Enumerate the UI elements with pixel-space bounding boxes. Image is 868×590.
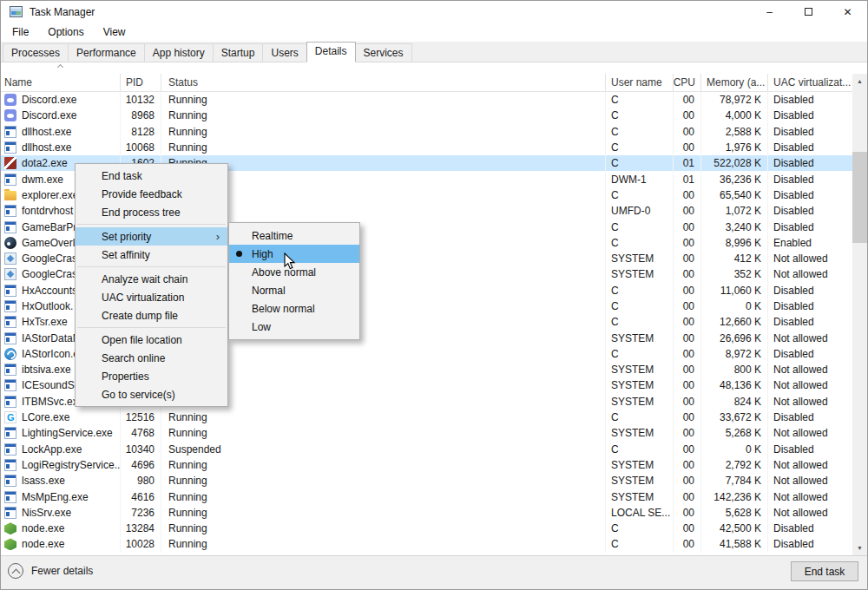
column-header-pid[interactable]: PID	[121, 74, 161, 91]
process-cpu-cell: 00	[674, 488, 701, 504]
table-row[interactable]: Discord.exe8968RunningC004,000 KDisabled	[1, 108, 854, 123]
table-row[interactable]: LCore.exe12516RunningC0033,672 KDisabled	[1, 410, 854, 425]
tab-details[interactable]: Details	[306, 42, 356, 62]
process-uac-cell: Disabled	[768, 442, 854, 457]
context-menu-item-open-file-location[interactable]: Open file location	[76, 331, 227, 349]
table-row[interactable]: dllhost.exe10068RunningC001,976 KDisable…	[1, 140, 854, 155]
process-pid-cell: 7236	[121, 505, 161, 521]
maximize-button[interactable]	[789, 1, 828, 23]
context-menu-item-create-dump-file[interactable]: Create dump file	[76, 306, 227, 324]
priority-option-below-normal[interactable]: Below normal	[229, 299, 359, 318]
process-name-cell: NisSrv.exe	[1, 505, 121, 521]
status-bar: Fewer details End task	[1, 555, 867, 589]
scroll-up-icon[interactable]: ▲	[852, 74, 867, 88]
table-row[interactable]: dllhost.exe8128RunningC002,588 KDisabled	[1, 124, 854, 140]
scrollbar-thumb[interactable]	[852, 152, 867, 243]
process-name-cell: MsMpEng.exe	[1, 488, 121, 504]
process-status-cell: Running	[161, 505, 606, 521]
context-menu-item-set-priority[interactable]: Set priority›	[76, 227, 227, 246]
table-row[interactable]: NisSrv.exe7236RunningLOCAL SE...005,628 …	[1, 505, 854, 521]
table-row[interactable]: LightingService.exe4768RunningSYSTEM005,…	[1, 425, 854, 441]
process-mem-cell: 48,136 K	[701, 377, 768, 393]
close-button[interactable]: ✕	[828, 1, 867, 23]
google-icon	[4, 252, 16, 265]
menu-file[interactable]: File	[3, 23, 38, 41]
context-menu-item-end-task[interactable]: End task	[76, 167, 227, 185]
menu-view[interactable]: View	[94, 23, 135, 41]
minimize-button[interactable]: –	[750, 1, 789, 23]
column-header-cpu[interactable]: CPU	[674, 74, 701, 91]
end-task-button[interactable]: End task	[791, 561, 858, 581]
process-mem-cell: 2,792 K	[701, 457, 768, 473]
process-pid-cell: 4696	[121, 457, 161, 473]
process-mem-cell: 5,268 K	[701, 425, 768, 441]
tab-app-history[interactable]: App history	[144, 43, 214, 62]
priority-option-low[interactable]: Low	[229, 318, 359, 336]
context-menu-item-analyze-wait-chain[interactable]: Analyze wait chain	[76, 270, 227, 288]
process-name-cell: LockApp.exe	[1, 442, 121, 457]
context-menu-item-end-process-tree[interactable]: End process tree	[76, 203, 227, 221]
window-icon	[4, 443, 16, 456]
process-uac-cell: Disabled	[768, 314, 854, 330]
window-controls: – ✕	[750, 1, 867, 23]
priority-option-normal[interactable]: Normal	[229, 281, 359, 299]
process-name: LCore.exe	[22, 411, 69, 423]
process-mem-cell: 42,500 K	[701, 521, 768, 536]
process-pid-cell: 10132	[121, 92, 161, 108]
table-row[interactable]: Discord.exe10132RunningC0078,972 KDisabl…	[1, 92, 854, 108]
process-user-cell: LOCAL SE...	[606, 505, 674, 521]
process-cpu-cell: 00	[674, 410, 701, 425]
process-name: explorer.exe	[22, 189, 78, 201]
vertical-scrollbar[interactable]: ▲ ▼	[852, 74, 867, 555]
chevron-up-circle-icon	[8, 563, 23, 579]
menu-separator	[77, 327, 226, 328]
process-name: HxOutlook.	[22, 300, 73, 312]
column-header-user[interactable]: User name	[606, 74, 674, 91]
process-cpu-cell: 00	[674, 203, 701, 219]
node-icon	[4, 522, 16, 534]
priority-option-realtime[interactable]: Realtime	[229, 226, 359, 245]
tab-performance[interactable]: Performance	[68, 43, 145, 62]
table-row[interactable]: node.exe10028RunningC0041,588 KDisabled	[1, 536, 854, 552]
process-name: GameOverla	[22, 237, 81, 249]
context-menu-item-search-online[interactable]: Search online	[76, 349, 227, 367]
window-icon	[4, 364, 16, 376]
process-name: ITBMSvc.ex	[22, 396, 78, 408]
table-row[interactable]: lsass.exe980RunningSYSTEM007,784 KNot al…	[1, 473, 854, 488]
process-mem-cell: 33,672 K	[701, 410, 768, 425]
tab-startup[interactable]: Startup	[213, 43, 264, 62]
process-pid-cell: 4616	[121, 488, 161, 504]
window-icon	[4, 126, 16, 138]
tab-processes[interactable]: Processes	[3, 43, 69, 62]
fewer-details-button[interactable]: Fewer details	[8, 563, 93, 579]
column-header-name[interactable]: Name	[1, 74, 121, 91]
context-menu-item-uac-virtualization[interactable]: UAC virtualization	[76, 288, 227, 306]
tab-services[interactable]: Services	[355, 43, 412, 62]
table-row[interactable]: MsMpEng.exe4616RunningSYSTEM00142,236 KN…	[1, 488, 854, 504]
tab-users[interactable]: Users	[262, 43, 306, 62]
process-mem-cell: 2,588 K	[701, 124, 768, 140]
table-row[interactable]: node.exe13284RunningC0042,500 KDisabled	[1, 521, 854, 536]
process-cpu-cell: 00	[674, 140, 701, 155]
table-row[interactable]: LockApp.exe10340SuspendedC000 KDisabled	[1, 442, 854, 457]
column-header-status[interactable]: Status	[161, 74, 606, 91]
process-cpu-cell: 01	[674, 155, 701, 171]
process-status-cell: Running	[161, 92, 606, 108]
process-name-cell: lsass.exe	[1, 473, 121, 488]
column-header-mem[interactable]: Memory (a...	[701, 74, 768, 91]
process-name: GoogleCras	[22, 268, 77, 280]
context-menu-item-properties[interactable]: Properties	[76, 367, 227, 385]
process-user-cell: C	[606, 298, 674, 314]
context-menu-item-set-affinity[interactable]: Set affinity	[76, 246, 227, 264]
column-header-uac[interactable]: UAC virtualizat...	[768, 74, 854, 91]
context-menu-item-provide-feedback[interactable]: Provide feedback	[76, 185, 227, 203]
table-row[interactable]: LogiRegistryService...4696RunningSYSTEM0…	[1, 457, 854, 473]
process-cpu-cell: 00	[674, 377, 701, 393]
process-user-cell: SYSTEM	[606, 251, 674, 266]
menu-options[interactable]: Options	[38, 23, 93, 41]
scroll-down-icon[interactable]: ▼	[852, 541, 867, 555]
process-name: Discord.exe	[22, 109, 76, 121]
process-cpu-cell: 00	[674, 314, 701, 330]
process-name-cell: LogiRegistryService...	[1, 457, 121, 473]
context-menu-item-go-to-service-s[interactable]: Go to service(s)	[76, 385, 227, 403]
